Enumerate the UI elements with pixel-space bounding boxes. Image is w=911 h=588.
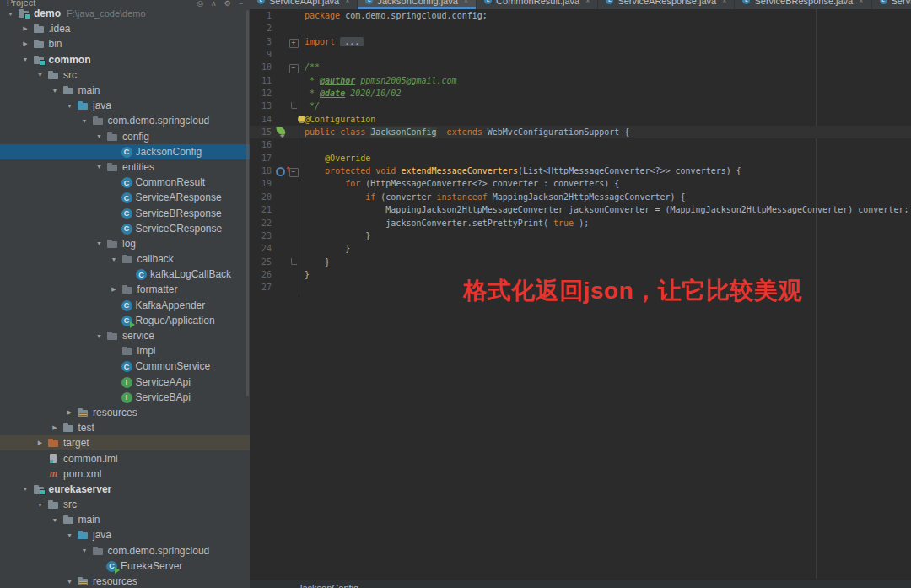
code-line-18[interactable]: 18− protected void extendMessageConverte… bbox=[250, 165, 911, 177]
tree-item-bin[interactable]: ▶bin bbox=[0, 36, 250, 51]
code-line-10[interactable]: 10−/** bbox=[250, 61, 911, 73]
tree-item-entities[interactable]: ▼entities bbox=[0, 159, 250, 175]
tree-item-common-iml[interactable]: common.iml bbox=[0, 450, 250, 466]
line-number[interactable]: 19 bbox=[250, 177, 275, 190]
tree-item-target[interactable]: ▶target bbox=[0, 435, 250, 450]
expand-arrow-icon[interactable]: ▼ bbox=[78, 118, 92, 124]
expand-arrow-icon[interactable]: ▼ bbox=[92, 133, 106, 139]
expand-arrow-icon[interactable]: ▼ bbox=[92, 240, 106, 246]
spring-bean-icon[interactable] bbox=[276, 126, 285, 135]
fold-end-icon[interactable] bbox=[291, 258, 297, 265]
tree-item-main[interactable]: ▼main bbox=[0, 512, 250, 527]
tree-item-com-demo-springcloud[interactable]: ▼com.demo.springcloud bbox=[0, 113, 250, 128]
tree-item-src[interactable]: ▼src bbox=[0, 67, 250, 83]
fold-icon[interactable]: − bbox=[289, 64, 299, 73]
override-method-icon[interactable] bbox=[276, 167, 285, 176]
tab-jacksonconfig-java[interactable]: cJacksonConfig.java× bbox=[358, 0, 477, 9]
code-line-19[interactable]: 19 for (HttpMessageConverter<?> converte… bbox=[250, 177, 911, 190]
line-number[interactable]: 9 bbox=[250, 48, 275, 61]
code-line-16[interactable]: 16 bbox=[250, 138, 911, 151]
collapse-arrow-icon[interactable]: ▶ bbox=[19, 25, 33, 32]
line-number[interactable]: 11 bbox=[250, 74, 275, 87]
tree-item-config[interactable]: ▼config bbox=[0, 129, 250, 144]
expand-arrow-icon[interactable]: ▼ bbox=[62, 532, 77, 538]
line-number[interactable]: 26 bbox=[250, 268, 275, 281]
tree-item-pom-xml[interactable]: mpom.xml bbox=[0, 467, 250, 482]
tree-item-resources[interactable]: ▶resources bbox=[0, 405, 250, 420]
tree-item-resources[interactable]: ▼resources bbox=[0, 574, 250, 588]
expand-arrow-icon[interactable]: ▼ bbox=[78, 548, 92, 553]
expand-arrow-icon[interactable]: ▼ bbox=[62, 579, 77, 585]
tree-item-eurekaserver[interactable]: CEurekaServer bbox=[0, 558, 250, 574]
close-icon[interactable]: × bbox=[722, 0, 726, 5]
code-line-25[interactable]: 25 } bbox=[250, 256, 911, 268]
fold-icon[interactable]: + bbox=[289, 39, 299, 48]
expand-arrow-icon[interactable]: ▼ bbox=[19, 57, 33, 62]
tree-item-eurekaserver[interactable]: ▼eurekaserver bbox=[0, 482, 250, 497]
tree-item-servicecresponse[interactable]: CServiceCResponse bbox=[0, 221, 250, 236]
code-line-2[interactable]: 2 bbox=[250, 22, 911, 35]
expand-arrow-icon[interactable]: ▼ bbox=[33, 72, 47, 78]
tree-item-formatter[interactable]: ▶formatter bbox=[0, 282, 250, 297]
tree-item-common[interactable]: ▼common bbox=[0, 52, 250, 67]
line-number[interactable]: 10 bbox=[250, 61, 275, 73]
code-line-15[interactable]: 15public class JacksonConfig extends Web… bbox=[250, 126, 911, 138]
code-line-22[interactable]: 22 jacksonConverter.setPrettyPrint( true… bbox=[250, 217, 911, 229]
close-icon[interactable]: × bbox=[464, 0, 468, 5]
line-number[interactable]: 24 bbox=[250, 242, 275, 255]
tree-item-commonresult[interactable]: CCommonResult bbox=[0, 175, 250, 190]
code-line-24[interactable]: 24 } bbox=[250, 242, 911, 255]
line-number[interactable]: 27 bbox=[250, 281, 275, 294]
line-number[interactable]: 23 bbox=[250, 229, 275, 242]
code-line-13[interactable]: 13 */ bbox=[250, 100, 911, 112]
tree-item-service[interactable]: ▼service bbox=[0, 328, 250, 343]
tree-item-callback[interactable]: ▼callback bbox=[0, 251, 250, 267]
code-line-11[interactable]: 11 * @author ppmsn2005@gmail.com bbox=[250, 74, 911, 87]
breadcrumb-item[interactable]: JacksonConfig bbox=[298, 583, 358, 588]
tree-item-idea[interactable]: ▶.idea bbox=[0, 21, 250, 36]
tree-item-rogueapplication[interactable]: CRogueApplication bbox=[0, 313, 250, 328]
line-number[interactable]: 20 bbox=[250, 191, 275, 203]
close-icon[interactable]: × bbox=[859, 0, 863, 5]
expand-arrow-icon[interactable]: ▼ bbox=[33, 502, 47, 508]
tab-servicearesponse-java[interactable]: cServiceAResponse.java× bbox=[598, 0, 735, 9]
tree-item-servicearesponse[interactable]: CServiceAResponse bbox=[0, 190, 250, 205]
code-line-3[interactable]: 3+import ... bbox=[250, 35, 911, 48]
line-number[interactable]: 18 bbox=[250, 165, 275, 177]
tree-item-log[interactable]: ▼log bbox=[0, 236, 250, 251]
tree-item-main[interactable]: ▼main bbox=[0, 83, 250, 98]
tree-item-kafkaappender[interactable]: CKafkaAppender bbox=[0, 298, 250, 313]
project-scrollbar[interactable] bbox=[246, 10, 249, 396]
tab-serviceaapi-java[interactable]: cServiceAApi.java× bbox=[250, 0, 358, 9]
tree-item-demo[interactable]: ▼demoF:\java_code\demo bbox=[0, 6, 250, 21]
tree-item-java[interactable]: ▼java bbox=[0, 527, 250, 542]
tree-item-com-demo-springcloud[interactable]: ▼com.demo.springcloud bbox=[0, 543, 250, 558]
tree-item-test[interactable]: ▶test bbox=[0, 420, 250, 435]
fold-end-icon[interactable] bbox=[291, 102, 297, 109]
collapse-arrow-icon[interactable]: ▶ bbox=[48, 424, 62, 431]
code-line-12[interactable]: 12 * @date 2020/10/02 bbox=[250, 87, 911, 100]
expand-arrow-icon[interactable]: ▼ bbox=[92, 333, 106, 339]
tree-item-kafkalogcallback[interactable]: CkafkaLogCallBack bbox=[0, 267, 250, 282]
collapse-arrow-icon[interactable]: ▶ bbox=[62, 409, 77, 416]
expand-arrow-icon[interactable]: ▼ bbox=[107, 256, 121, 262]
code-line-14[interactable]: 14@Configuration bbox=[250, 113, 911, 126]
intention-bulb-icon[interactable] bbox=[298, 116, 305, 123]
line-number[interactable]: 25 bbox=[250, 256, 275, 268]
line-number[interactable]: 3 bbox=[250, 35, 275, 48]
tab-commonresult-java[interactable]: cCommonResult.java× bbox=[477, 0, 598, 9]
code-line-21[interactable]: 21 MappingJackson2HttpMessageConverter j… bbox=[250, 203, 911, 216]
expand-arrow-icon[interactable]: ▼ bbox=[3, 11, 18, 17]
code-line-20[interactable]: 20 if (converter instanceof MappingJacks… bbox=[250, 191, 911, 203]
collapse-arrow-icon[interactable]: ▶ bbox=[33, 440, 47, 446]
code-line-17[interactable]: 17 @Override bbox=[250, 152, 911, 165]
collapse-arrow-icon[interactable]: ▶ bbox=[19, 40, 33, 47]
line-number[interactable]: 15 bbox=[250, 126, 275, 138]
line-number[interactable]: 16 bbox=[250, 138, 275, 151]
tree-item-servicebresponse[interactable]: CServiceBResponse bbox=[0, 205, 250, 220]
breadcrumb[interactable]: JacksonConfig bbox=[250, 579, 911, 588]
line-number[interactable]: 13 bbox=[250, 100, 275, 112]
line-number[interactable]: 1 bbox=[250, 9, 275, 22]
collapse-arrow-icon[interactable]: ▶ bbox=[107, 286, 121, 293]
line-number[interactable]: 17 bbox=[250, 152, 275, 165]
